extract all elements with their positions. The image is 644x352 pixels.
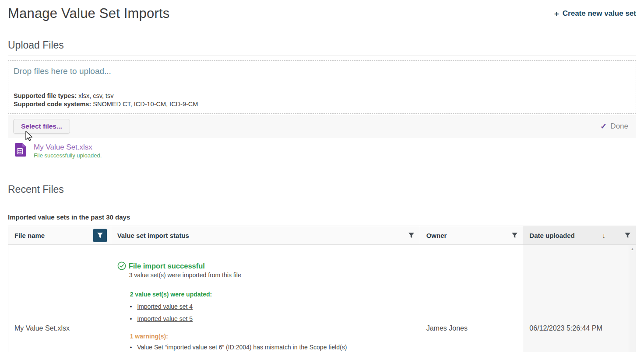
recent-files-heading: Recent Files (8, 184, 636, 200)
scroll-up-icon: ▲ (631, 247, 634, 352)
upload-done-status: ✓ Done (600, 122, 631, 131)
table-row: My Value Set.xlsx File import successful… (8, 245, 636, 352)
status-title-row: File import successful (117, 261, 420, 270)
updated-value-set-link[interactable]: Imported value set 5 (137, 315, 193, 322)
plus-icon: + (554, 10, 559, 18)
create-new-value-set-button[interactable]: + Create new value set (554, 9, 636, 18)
spreadsheet-file-icon (14, 143, 28, 159)
filter-icon-status[interactable] (407, 231, 416, 240)
success-check-circle-icon (117, 261, 126, 270)
status-title: File import successful (129, 262, 205, 270)
file-dropzone[interactable]: Drop files here to upload... Supported f… (8, 60, 636, 114)
sort-desc-icon: ↓ (602, 232, 623, 239)
uploaded-file-meta: My Value Set.xlsx File successfully uplo… (34, 143, 102, 159)
list-item: • Value Set “imported value set 6” (ID:2… (130, 344, 420, 351)
page-header: Manage Value Set Imports + Create new va… (8, 0, 636, 26)
bullet-icon: • (130, 345, 132, 350)
cell-import-status: File import successful 3 value set(s) we… (111, 245, 420, 352)
upload-files-section: Upload Files Drop files here to upload..… (8, 39, 636, 166)
filter-icon-date-uploaded[interactable] (623, 231, 632, 240)
upload-toolbar: Select files... ✓ Done (8, 115, 636, 138)
table-vertical-scrollbar[interactable]: ▲ (629, 245, 636, 352)
page-title: Manage Value Set Imports (8, 6, 170, 21)
supported-file-types-label: Supported file types: (14, 92, 77, 99)
cell-file-name: My Value Set.xlsx (8, 245, 111, 352)
list-item: • Imported value set 4 (130, 303, 420, 310)
column-header-owner[interactable]: Owner (420, 226, 524, 244)
warning-list: • Value Set “imported value set 6” (ID:2… (130, 344, 420, 351)
table-header-row: File name Value set import status Owner (8, 226, 636, 245)
uploaded-file-message: File successfully uploaded. (34, 152, 102, 159)
manage-value-set-imports-page: Manage Value Set Imports + Create new va… (0, 0, 644, 352)
create-new-value-set-label: Create new value set (563, 9, 636, 18)
column-label-owner: Owner (426, 232, 510, 239)
updated-value-set-link[interactable]: Imported value set 4 (137, 303, 193, 310)
bullet-icon: • (130, 316, 132, 322)
filter-icon-file-name-active[interactable] (93, 229, 107, 242)
dropzone-hint: Drop files here to upload... (14, 66, 630, 76)
warning-heading: 1 warning(s): (130, 333, 420, 340)
upload-files-heading: Upload Files (8, 39, 636, 56)
cell-owner: James Jones (420, 245, 524, 352)
updated-value-set-list: • Imported value set 4 • Imported value … (130, 303, 420, 322)
column-header-date-uploaded[interactable]: Date uploaded ↓ (523, 226, 636, 244)
updated-heading: 2 value set(s) were updated: (130, 291, 420, 298)
select-files-button[interactable]: Select files... (13, 119, 70, 134)
status-summary: 3 value set(s) were imported from this f… (129, 272, 420, 279)
supported-code-systems-line: Supported code systems: SNOMED CT, ICD-1… (14, 100, 630, 108)
recent-files-subtitle: Imported value sets in the past 30 days (8, 213, 636, 221)
column-label-file-name: File name (14, 232, 93, 239)
bullet-icon: • (130, 304, 132, 310)
uploaded-file-name[interactable]: My Value Set.xlsx (34, 143, 102, 152)
imported-value-sets-table: File name Value set import status Owner (8, 226, 636, 352)
supported-code-systems-label: Supported code systems: (14, 101, 91, 108)
supported-file-types-line: Supported file types: xlsx, csv, tsv (14, 92, 630, 100)
cell-date-uploaded: 06/12/2023 5:26:44 PM (523, 245, 629, 352)
supported-code-systems-value: SNOMED CT, ICD-10-CM, ICD-9-CM (93, 101, 198, 108)
column-label-status: Value set import status (117, 232, 407, 239)
supported-file-types-value: xlsx, csv, tsv (78, 92, 113, 99)
done-label: Done (610, 122, 628, 131)
filter-icon-owner[interactable] (510, 231, 519, 240)
recent-files-section: Recent Files Imported value sets in the … (8, 184, 636, 352)
column-header-status[interactable]: Value set import status (111, 226, 420, 244)
done-check-icon: ✓ (600, 122, 607, 131)
uploaded-file-row: My Value Set.xlsx File successfully uplo… (8, 138, 636, 166)
column-header-file-name[interactable]: File name (8, 226, 111, 244)
list-item: • Imported value set 5 (130, 315, 420, 322)
warning-message: Value Set “imported value set 6” (ID:200… (137, 344, 347, 351)
